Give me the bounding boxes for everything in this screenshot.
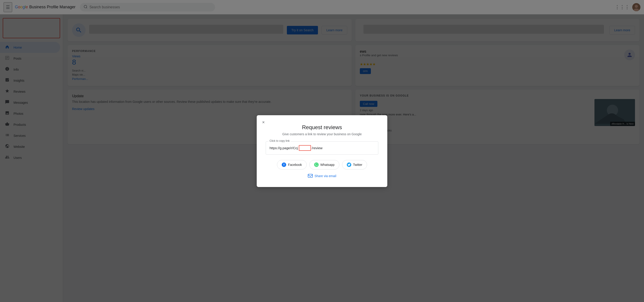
share-buttons: f Facebook Whatsapp Twitter	[266, 160, 378, 169]
email-icon	[308, 174, 313, 178]
copy-link-value: https://g.page/r/Ccj /review	[270, 145, 374, 151]
modal-overlay: × Request reviews Give customers a link …	[0, 0, 644, 302]
copy-link-field[interactable]: Click to copy link https://g.page/r/Ccj …	[266, 141, 378, 155]
facebook-label: Facebook	[288, 163, 302, 167]
svg-rect-15	[308, 174, 312, 177]
whatsapp-icon	[314, 162, 318, 167]
modal-subtitle: Give customers a link to review your bus…	[266, 132, 378, 136]
modal-title: Request reviews	[266, 124, 378, 131]
modal-close-button[interactable]: ×	[261, 119, 266, 126]
twitter-label: Twitter	[353, 163, 362, 167]
link-highlight	[299, 145, 311, 151]
request-reviews-modal: × Request reviews Give customers a link …	[257, 115, 387, 187]
copy-link-label: Click to copy link	[269, 139, 290, 142]
whatsapp-label: Whatsapp	[320, 163, 334, 167]
link-suffix: /review	[312, 146, 323, 150]
facebook-share-button[interactable]: f Facebook	[277, 160, 306, 169]
whatsapp-share-button[interactable]: Whatsapp	[310, 160, 339, 169]
link-prefix: https://g.page/r/Ccj	[270, 146, 298, 150]
email-share-button[interactable]: Share via email	[266, 174, 378, 178]
twitter-share-button[interactable]: Twitter	[342, 160, 367, 169]
email-share-label: Share via email	[314, 174, 336, 178]
facebook-icon: f	[282, 162, 286, 167]
twitter-icon	[347, 162, 351, 167]
